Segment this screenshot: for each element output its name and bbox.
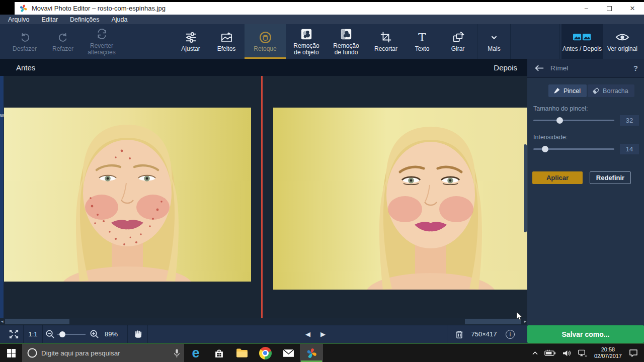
- next-image-button[interactable]: ▶: [317, 325, 329, 343]
- tool-label: Antes / Depois: [562, 46, 602, 52]
- image-canvas[interactable]: Antes Depois w: [0, 59, 527, 325]
- intensity-slider[interactable]: [533, 148, 614, 150]
- tool-label: Ver original: [607, 46, 637, 52]
- reset-button[interactable]: Redefinir: [590, 171, 631, 184]
- brush-size-row: 32: [532, 115, 639, 126]
- taskbar-search[interactable]: [22, 344, 184, 362]
- object-removal-icon: [300, 27, 312, 41]
- text-glyph: T: [418, 32, 426, 43]
- pan-hand-button[interactable]: [130, 325, 147, 343]
- adjust-sliders-icon: [185, 30, 197, 44]
- taskbar-app-store[interactable]: [207, 344, 230, 362]
- help-icon[interactable]: ?: [633, 64, 638, 72]
- panel-actions: Aplicar Redefinir: [532, 171, 639, 184]
- tool-label: Refazer: [52, 46, 73, 52]
- tool-label: Remoção de fundo: [329, 43, 363, 56]
- horizontal-scrollbar[interactable]: ◂ ▸: [0, 318, 527, 325]
- tray-expand-button[interactable]: [529, 344, 541, 362]
- taskbar-app-mail[interactable]: [277, 344, 300, 362]
- tool-ajustar[interactable]: Ajustar: [174, 24, 207, 59]
- tool-mais[interactable]: Mais: [481, 24, 507, 59]
- tool-remocao-fundo[interactable]: Remoção de fundo: [329, 24, 363, 59]
- movavi-taskbar-icon: [306, 347, 317, 359]
- taskbar-search-input[interactable]: [22, 349, 184, 357]
- taskbar-app-edge[interactable]: e: [184, 344, 207, 362]
- brush-mode-button[interactable]: Pincel: [548, 84, 587, 97]
- action-center-button[interactable]: [626, 344, 641, 362]
- after-photo[interactable]: [273, 108, 527, 290]
- apply-button[interactable]: Aplicar: [532, 171, 583, 184]
- info-icon: i: [506, 330, 515, 339]
- scrollbar-thumb-right[interactable]: [465, 319, 521, 324]
- taskbar-app-explorer[interactable]: [230, 344, 254, 362]
- mode-row: Pincel Borracha: [548, 84, 639, 97]
- titlebar-surface: Movavi Photo Editor – rosto-com-espinhas…: [15, 2, 644, 15]
- retouch-face-icon: [259, 30, 272, 44]
- toolbar: Desfazer Refazer Reverter alterações: [0, 24, 644, 59]
- status-bar: 1:1 89%: [0, 325, 644, 343]
- tray-network[interactable]: [575, 344, 590, 362]
- scrollbar-thumb-left[interactable]: [5, 319, 69, 324]
- fit-to-screen-button[interactable]: [4, 325, 23, 343]
- undo-button[interactable]: Desfazer: [9, 24, 40, 59]
- revert-button[interactable]: Reverter alterações: [79, 24, 124, 59]
- brush-size-slider-thumb[interactable]: [556, 117, 563, 124]
- close-button[interactable]: ×: [621, 2, 644, 15]
- zoom-slider[interactable]: [57, 334, 86, 335]
- hand-icon: [133, 329, 143, 339]
- before-after-divider[interactable]: [261, 76, 263, 325]
- start-button[interactable]: [0, 344, 22, 362]
- tool-girar[interactable]: Girar: [441, 24, 475, 59]
- before-after-view-button[interactable]: Antes / Depois: [561, 24, 603, 59]
- save-as-button[interactable]: Salvar como...: [527, 325, 644, 343]
- minimize-button[interactable]: −: [575, 2, 598, 15]
- vertical-scrollbar-thumb[interactable]: [524, 144, 527, 232]
- brush-size-slider[interactable]: [533, 120, 614, 121]
- desktop-edge-text: w: [0, 112, 4, 118]
- actual-size-button[interactable]: 1:1: [24, 325, 42, 343]
- menu-item-editar[interactable]: Editar: [35, 16, 64, 23]
- statusbar-separator: [147, 325, 148, 343]
- tray-clock[interactable]: 20:58 02/07/2017: [590, 346, 626, 359]
- eraser-mode-button[interactable]: Borracha: [588, 84, 634, 97]
- scroll-right-icon[interactable]: ▸: [524, 318, 526, 325]
- zoom-out-button[interactable]: [44, 325, 55, 343]
- speaker-icon: [562, 349, 572, 357]
- tool-options-panel: Rímel ? Pincel: [527, 59, 644, 325]
- taskbar-app-chrome[interactable]: [254, 344, 277, 362]
- toolbar-separator: [510, 24, 511, 59]
- intensity-slider-thumb[interactable]: [542, 146, 548, 152]
- back-icon[interactable]: [534, 64, 544, 72]
- eye-icon: [615, 30, 629, 44]
- delete-image-button[interactable]: [452, 325, 467, 343]
- scroll-left-icon[interactable]: ◂: [1, 318, 4, 325]
- tool-remocao-objeto[interactable]: Remoção de objeto: [290, 24, 323, 59]
- windows-taskbar: e: [0, 343, 644, 362]
- image-info-button[interactable]: i: [504, 325, 516, 343]
- effects-icon: [220, 30, 233, 44]
- eraser-icon: [592, 87, 600, 95]
- menu-item-ajuda[interactable]: Ajuda: [105, 16, 133, 23]
- menu-item-arquivo[interactable]: Arquivo: [2, 16, 35, 23]
- rotate-icon: [452, 30, 464, 44]
- tool-texto[interactable]: T Texto: [407, 24, 438, 59]
- statusbar-separator: [127, 325, 128, 343]
- menu-item-definicoes[interactable]: Definições: [64, 16, 105, 23]
- tool-recortar[interactable]: Recortar: [368, 24, 404, 59]
- previous-image-button[interactable]: ◀: [302, 325, 314, 343]
- taskbar-app-movavi[interactable]: [300, 344, 323, 362]
- before-photo[interactable]: [4, 108, 251, 282]
- panel-body: Pincel Borracha: [527, 78, 644, 184]
- view-original-button[interactable]: Ver original: [604, 24, 641, 59]
- tray-battery[interactable]: [541, 344, 559, 362]
- zoom-in-button[interactable]: [89, 325, 100, 343]
- tool-retoque[interactable]: Retoque: [245, 24, 286, 59]
- tray-volume[interactable]: [559, 344, 575, 362]
- tool-efeitos[interactable]: Efeitos: [210, 24, 243, 59]
- microphone-icon[interactable]: [174, 348, 180, 360]
- zoom-level: 89%: [101, 325, 122, 343]
- zoom-slider-thumb[interactable]: [59, 331, 65, 337]
- redo-button[interactable]: Refazer: [47, 24, 78, 59]
- intensity-row: 14: [532, 144, 639, 154]
- maximize-button[interactable]: [598, 2, 621, 15]
